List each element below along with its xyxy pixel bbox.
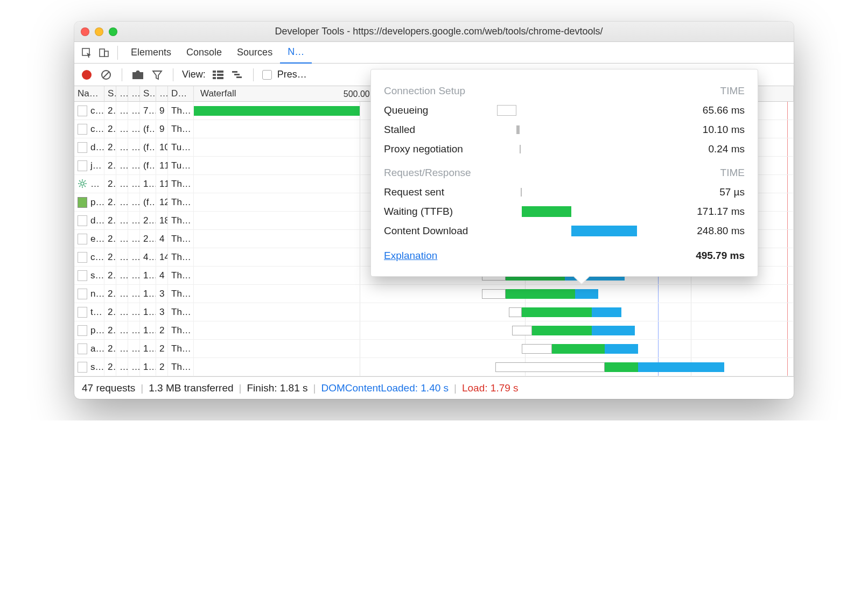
request-col: … [128, 102, 140, 120]
request-col: … [116, 248, 128, 267]
svg-rect-11 [217, 77, 223, 79]
column-header[interactable]: S… [104, 86, 116, 102]
request-col: … [116, 212, 128, 230]
request-name[interactable]: c… [74, 120, 104, 138]
request-name[interactable]: a… [74, 340, 104, 358]
timing-bar-blue [605, 344, 638, 354]
waterfall-cell[interactable] [194, 303, 794, 321]
request-size: (f… [140, 157, 156, 175]
request-status: 2… [104, 267, 116, 285]
column-header[interactable]: … [128, 86, 140, 102]
request-size: 1… [140, 358, 156, 376]
status-load: Load: 1.79 s [462, 382, 519, 394]
gear-icon [78, 179, 87, 190]
request-col: … [116, 138, 128, 157]
request-col: … [116, 175, 128, 193]
request-col: … [116, 358, 128, 376]
request-col: … [128, 285, 140, 303]
status-bar: 47 requests | 1.3 MB transferred | Finis… [74, 376, 794, 399]
column-header[interactable]: S… [140, 86, 156, 102]
request-status: 2… [104, 175, 116, 193]
close-icon[interactable] [81, 27, 89, 36]
request-size: 4… [140, 248, 156, 267]
column-header[interactable]: Name [74, 86, 104, 102]
request-col: 2 [156, 340, 168, 358]
document-file-icon [78, 343, 87, 354]
request-status: 2… [104, 102, 116, 120]
capture-screenshots-icon[interactable] [131, 68, 145, 82]
timing-bar-thin [521, 188, 522, 197]
request-name[interactable]: d… [74, 138, 104, 157]
waterfall-view-icon[interactable] [230, 68, 244, 82]
waterfall-cell[interactable] [194, 285, 794, 303]
request-col: … [116, 321, 128, 340]
tab-console[interactable]: Console [179, 42, 229, 64]
tab-elements[interactable]: Elements [123, 42, 179, 64]
column-header[interactable]: … [156, 86, 168, 102]
preserve-log-checkbox[interactable] [262, 70, 272, 80]
tab-sources[interactable]: Sources [229, 42, 280, 64]
waterfall-cell[interactable] [194, 358, 794, 376]
request-name[interactable]: … [74, 175, 104, 193]
filter-icon[interactable] [150, 68, 164, 82]
document-file-icon [78, 289, 87, 299]
waterfall-cell[interactable] [194, 340, 794, 358]
request-name[interactable]: p… [74, 321, 104, 340]
svg-line-21 [85, 185, 86, 187]
request-status: 2… [104, 157, 116, 175]
tab-n[interactable]: N… [280, 42, 312, 64]
zoom-icon[interactable] [109, 27, 117, 36]
request-name[interactable]: j… [74, 157, 104, 175]
document-file-icon [78, 252, 87, 263]
svg-rect-8 [213, 74, 216, 76]
request-name[interactable]: n… [74, 285, 104, 303]
request-col: … [116, 285, 128, 303]
timing-bar-outline [522, 344, 551, 354]
inspect-icon[interactable] [79, 45, 95, 61]
request-size: (f… [140, 138, 156, 157]
request-name[interactable]: d… [74, 212, 104, 230]
request-col: 10 [156, 138, 168, 157]
request-name[interactable]: c… [74, 102, 104, 120]
svg-point-15 [81, 182, 84, 185]
panel-tabs: ElementsConsoleSourcesN… [74, 42, 794, 64]
request-col: … [128, 157, 140, 175]
clear-icon[interactable] [99, 68, 113, 82]
request-size: 1… [140, 303, 156, 321]
request-name[interactable]: s… [74, 267, 104, 285]
column-header[interactable]: … [116, 86, 128, 102]
svg-line-20 [79, 180, 81, 182]
record-button[interactable] [80, 68, 94, 82]
request-name[interactable]: e… [74, 230, 104, 248]
status-finish: Finish: 1.81 s [247, 382, 308, 394]
waterfall-cell[interactable] [194, 321, 794, 340]
timing-bar-green [552, 344, 605, 354]
timing-bar-green [532, 326, 592, 335]
request-name[interactable]: c… [74, 248, 104, 267]
request-name[interactable]: p… [74, 193, 104, 212]
column-header[interactable]: Da… [168, 86, 194, 102]
request-status: 2… [104, 120, 116, 138]
request-date: Th… [168, 248, 194, 267]
device-toggle-icon[interactable] [96, 45, 112, 61]
request-col: … [128, 230, 140, 248]
document-file-icon [78, 142, 87, 153]
svg-rect-2 [104, 51, 108, 57]
large-rows-icon[interactable] [211, 68, 225, 82]
divider [117, 46, 118, 60]
view-label: View: [182, 69, 206, 80]
request-name[interactable]: t… [74, 303, 104, 321]
request-name[interactable]: s… [74, 358, 104, 376]
explanation-link[interactable]: Explanation [384, 250, 437, 261]
minimize-icon[interactable] [95, 27, 103, 36]
svg-line-4 [103, 72, 109, 78]
traffic-lights [81, 27, 117, 36]
divider: | [141, 382, 143, 394]
timing-bar-green [194, 106, 360, 116]
timing-bar-green [506, 289, 575, 299]
svg-line-22 [79, 185, 81, 187]
request-status: 2… [104, 321, 116, 340]
request-date: Th… [168, 267, 194, 285]
timing-tooltip: Connection Setup TIME Queueing65.66 msSt… [370, 69, 758, 277]
request-size: 1… [140, 175, 156, 193]
